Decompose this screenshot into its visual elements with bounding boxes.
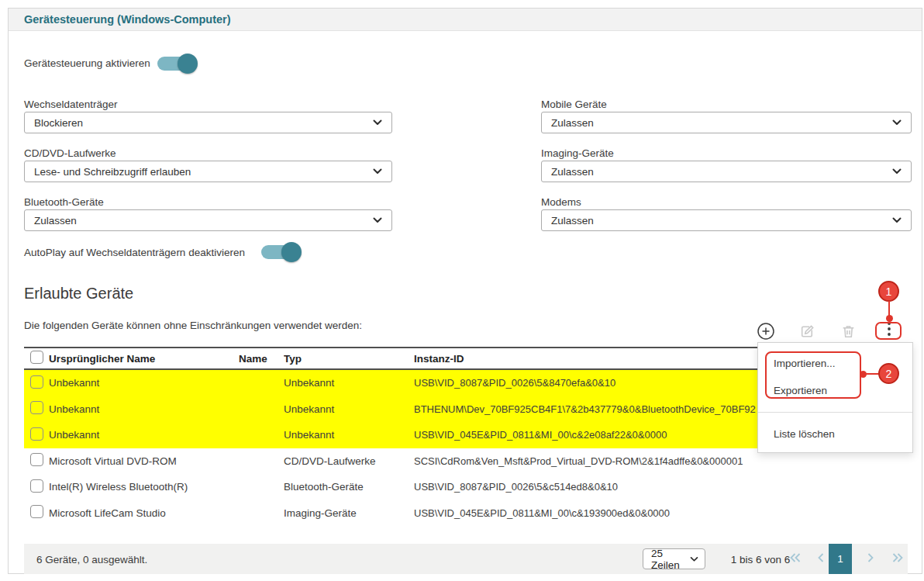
imaging-devices-select[interactable]: Zulassen	[541, 161, 912, 182]
cell-original-name: Unbekannt	[49, 377, 239, 389]
cell-instance-id: USB\VID_045E&PID_0811&MI_00\c&193900ed&0…	[414, 507, 908, 519]
mobile-devices-value: Zulassen	[551, 117, 594, 129]
toggle-knob	[281, 242, 302, 262]
double-chevron-left-icon	[789, 552, 802, 565]
rows-per-page-select[interactable]: 25 Zeilen	[643, 548, 705, 569]
modems-label: Modems	[541, 196, 581, 208]
double-chevron-right-icon	[891, 552, 904, 565]
delete-icon	[840, 323, 857, 343]
chevron-down-icon	[892, 119, 902, 126]
modems-select[interactable]: Zulassen	[541, 209, 912, 231]
cell-original-name: Microsoft LifeCam Studio	[49, 507, 239, 519]
cell-original-name: Unbekannt	[49, 429, 239, 441]
annotation-rect-menu-items	[765, 351, 861, 399]
removable-media-label: Wechseldatenträger	[24, 99, 118, 110]
row-checkbox[interactable]	[30, 505, 43, 518]
edit-device-button[interactable]	[797, 323, 817, 343]
cell-instance-id: SCSI\CdRom&Ven_Msft&Prod_Virtual_DVD-ROM…	[414, 455, 908, 467]
delete-device-button[interactable]	[838, 323, 858, 343]
page: Gerätesteuerung (Windows-Computer) Gerät…	[0, 0, 924, 581]
add-device-button[interactable]	[756, 323, 776, 343]
chevron-down-icon	[690, 556, 698, 562]
autoplay-toggle[interactable]	[261, 242, 302, 262]
removable-media-value: Blockieren	[34, 117, 83, 129]
row-checkbox[interactable]	[30, 479, 43, 493]
row-checkbox[interactable]	[30, 401, 43, 414]
device-control-panel: Gerätesteuerung (Windows-Computer) Gerät…	[8, 8, 922, 574]
chevron-down-icon	[892, 168, 902, 175]
row-checkbox[interactable]	[30, 375, 43, 389]
enable-toggle[interactable]	[157, 54, 198, 74]
chevron-down-icon	[892, 217, 902, 223]
cell-type: Imaging-Geräte	[284, 507, 414, 519]
panel-title: Gerätesteuerung (Windows-Computer)	[24, 13, 231, 26]
current-page-button[interactable]: 1	[829, 544, 852, 574]
cell-type: Unbekannt	[284, 403, 414, 415]
last-page-button[interactable]	[891, 544, 905, 574]
annotation-badge-2: 2	[878, 363, 899, 384]
mobile-devices-select[interactable]: Zulassen	[541, 112, 912, 133]
cd-dvd-label: CD/DVD-Laufwerke	[24, 147, 116, 159]
bluetooth-value: Zulassen	[34, 215, 77, 227]
autoplay-toggle-label: AutoPlay auf Wechseldatenträgern deaktiv…	[24, 246, 245, 259]
menu-divider	[758, 412, 912, 413]
chevron-down-icon	[373, 217, 382, 223]
annotation-connector-dot-1	[886, 315, 893, 322]
column-name: Name	[239, 353, 284, 365]
removable-media-select[interactable]: Blockieren	[24, 112, 392, 133]
table-row: Microsoft LifeCam Studio Imaging-Geräte …	[24, 500, 908, 527]
cell-original-name: Intel(R) Wireless Bluetooth(R)	[49, 481, 239, 493]
row-checkbox[interactable]	[30, 453, 43, 466]
edit-icon	[799, 323, 815, 343]
cell-type: Bluetooth-Geräte	[284, 481, 414, 493]
cell-type: CD/DVD-Laufwerke	[284, 455, 414, 467]
cd-dvd-select[interactable]: Lese- und Schreibzugriff erlauben	[24, 161, 392, 182]
rows-per-page-value: 25 Zeilen	[651, 548, 684, 571]
panel-header: Gerätesteuerung (Windows-Computer)	[9, 9, 922, 31]
chevron-down-icon	[373, 119, 382, 126]
enable-toggle-label: Gerätesteuerung aktivieren	[24, 57, 150, 70]
cell-type: Unbekannt	[284, 429, 414, 441]
allowed-devices-description: Die folgenden Geräte können ohne Einschr…	[24, 320, 362, 331]
chevron-down-icon	[373, 168, 382, 175]
cd-dvd-value: Lese- und Schreibzugriff erlauben	[34, 166, 191, 178]
previous-page-button[interactable]	[814, 544, 828, 574]
chevron-left-icon	[817, 552, 825, 565]
cell-original-name: Microsoft Virtual DVD-ROM	[49, 455, 239, 467]
next-page-button[interactable]	[864, 544, 877, 574]
annotation-connector-line-1	[888, 301, 891, 316]
toggle-knob	[178, 54, 198, 74]
annotation-rect-more-button	[875, 322, 902, 340]
selection-summary: 6 Geräte, 0 ausgewählt.	[36, 553, 147, 565]
table-row: Intel(R) Wireless Bluetooth(R) Bluetooth…	[24, 474, 908, 500]
modems-value: Zulassen	[551, 215, 594, 227]
cell-type: Unbekannt	[284, 377, 414, 389]
first-page-button[interactable]	[788, 544, 802, 574]
imaging-devices-value: Zulassen	[551, 166, 594, 178]
select-all-checkbox[interactable]	[30, 351, 43, 364]
row-checkbox[interactable]	[30, 427, 43, 441]
column-original-name: Ursprünglicher Name	[49, 353, 239, 365]
chevron-right-icon	[867, 552, 874, 565]
mobile-devices-label: Mobile Geräte	[541, 99, 607, 110]
bluetooth-label: Bluetooth-Geräte	[24, 196, 104, 208]
annotation-badge-1: 1	[878, 281, 899, 302]
allowed-devices-heading: Erlaubte Geräte	[24, 285, 133, 303]
menu-item-clear-list[interactable]: Liste löschen	[758, 420, 912, 448]
add-icon	[757, 322, 775, 344]
bluetooth-select[interactable]: Zulassen	[24, 209, 392, 231]
cell-instance-id: USB\VID_8087&PID_0026\5&c514ed8&0&10	[414, 481, 908, 493]
cell-original-name: Unbekannt	[49, 403, 239, 415]
column-type: Typ	[284, 353, 414, 365]
imaging-devices-label: Imaging-Geräte	[541, 147, 614, 159]
table-footer: 6 Geräte, 0 ausgewählt. 25 Zeilen 1 bis …	[24, 544, 908, 574]
